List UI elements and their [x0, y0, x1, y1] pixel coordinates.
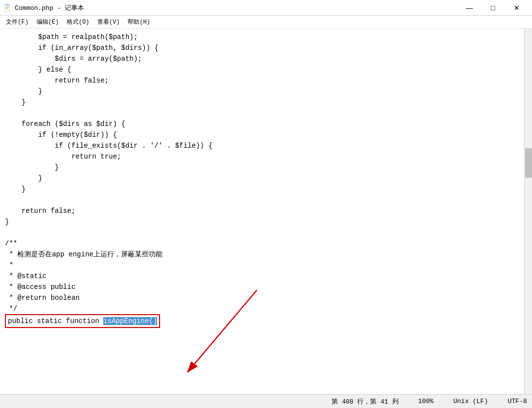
app-icon	[4, 4, 12, 12]
maximize-button[interactable]: □	[482, 1, 504, 14]
menu-bar: 文件(F) 编辑(E) 格式(O) 查看(V) 帮助(H)	[0, 16, 532, 29]
code-content[interactable]: $path = realpath($path); if (in_array($p…	[0, 29, 524, 342]
menu-help[interactable]: 帮助(H)	[123, 17, 154, 27]
status-position: 第 408 行，第 41 列	[331, 397, 398, 406]
code-container[interactable]: $path = realpath($path); if (in_array($p…	[0, 29, 524, 394]
svg-rect-1	[5, 4, 9, 5]
title-bar-left: Common.php - 记事本	[4, 3, 84, 12]
menu-format[interactable]: 格式(O)	[63, 17, 93, 27]
editor-container: $path = realpath($path); if (in_array($p…	[0, 29, 532, 394]
close-button[interactable]: ✕	[505, 1, 528, 14]
menu-edit[interactable]: 编辑(E)	[33, 17, 63, 27]
window-title: Common.php - 记事本	[15, 3, 84, 12]
menu-file[interactable]: 文件(F)	[2, 17, 33, 27]
minimize-button[interactable]: —	[458, 1, 481, 14]
status-bar: 第 408 行，第 41 列 100% Unix (LF) UTF-8	[0, 394, 532, 408]
status-encoding: UTF-8	[508, 398, 527, 405]
status-zoom: 100%	[418, 398, 434, 405]
vertical-scrollbar[interactable]	[524, 29, 532, 394]
scrollbar-thumb[interactable]	[525, 148, 532, 178]
status-line-ending: Unix (LF)	[453, 398, 488, 405]
menu-view[interactable]: 查看(V)	[93, 17, 124, 27]
title-bar: Common.php - 记事本 — □ ✕	[0, 0, 532, 16]
title-bar-buttons: — □ ✕	[458, 1, 528, 14]
